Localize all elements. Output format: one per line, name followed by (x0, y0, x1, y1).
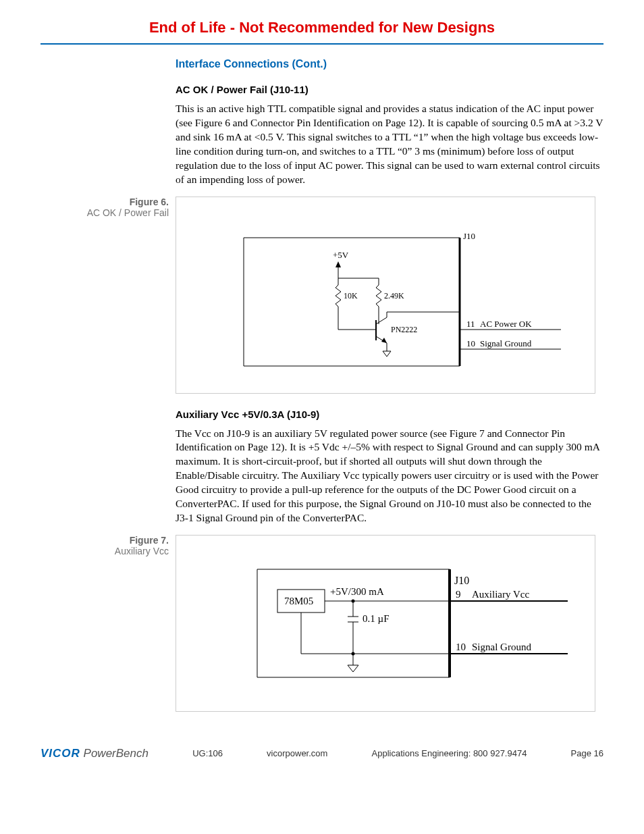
subheading-acok: AC OK / Power Fail (J10-11) (176, 84, 603, 95)
page-footer: VICOR PowerBench UG:106 vicorpower.com A… (0, 747, 644, 777)
label-j10-f7: J10 (454, 575, 469, 586)
label-cap: 0.1 µF (363, 613, 390, 624)
svg-marker-34 (348, 665, 358, 672)
body-acok: This is an active high TTL compatible si… (176, 102, 603, 187)
label-pin10name: Signal Ground (480, 338, 532, 348)
label-transistor: PN2222 (391, 325, 417, 334)
label-r1: 10K (344, 291, 358, 301)
figure6-caption: AC OK / Power Fail (41, 207, 169, 218)
figure7-diagram: 78M05 +5V/300 mA 0.1 µF (176, 535, 595, 712)
label-pin11: 11 (466, 319, 475, 329)
logo-powerbench: PowerBench (84, 747, 149, 760)
eol-banner: End of Life - Not Recommended for New De… (41, 19, 603, 36)
label-pin9name: Auxiliary Vcc (472, 589, 529, 600)
footer-site: vicorpower.com (267, 748, 327, 758)
body-auxvcc: The Vcc on J10-9 is an auxiliary 5V regu… (176, 427, 603, 525)
footer-page: Page 16 (571, 748, 603, 758)
footer-ug: UG:106 (192, 748, 223, 758)
label-pin10name-f7: Signal Ground (472, 642, 531, 652)
label-j10: J10 (463, 231, 475, 241)
label-5v: +5V (333, 250, 349, 260)
figure6-diagram: +5V 10K 2.49K (176, 197, 595, 394)
label-pin10-f7: 10 (456, 642, 466, 652)
label-pin10: 10 (466, 338, 475, 348)
logo-vicor: VICOR (41, 747, 80, 760)
logo: VICOR PowerBench (41, 747, 149, 760)
svg-line-12 (376, 317, 387, 324)
horizontal-rule (41, 43, 603, 45)
figure6-label: Figure 6. (41, 197, 169, 207)
subheading-auxvcc: Auxiliary Vcc +5V/0.3A (J10-9) (176, 409, 603, 420)
footer-phone: Applications Engineering: 800 927.9474 (372, 748, 527, 758)
label-out: +5V/300 mA (330, 586, 384, 597)
svg-marker-18 (383, 351, 391, 357)
section-title: Interface Connections (Cont.) (176, 58, 603, 70)
label-pin11name: AC Power OK (480, 319, 532, 329)
label-reg: 78M05 (284, 596, 313, 606)
label-pin9: 9 (456, 589, 461, 600)
figure7-label: Figure 7. (41, 535, 169, 546)
label-r2: 2.49K (384, 291, 404, 301)
svg-marker-4 (336, 261, 341, 267)
figure7-caption: Auxiliary Vcc (41, 546, 169, 556)
